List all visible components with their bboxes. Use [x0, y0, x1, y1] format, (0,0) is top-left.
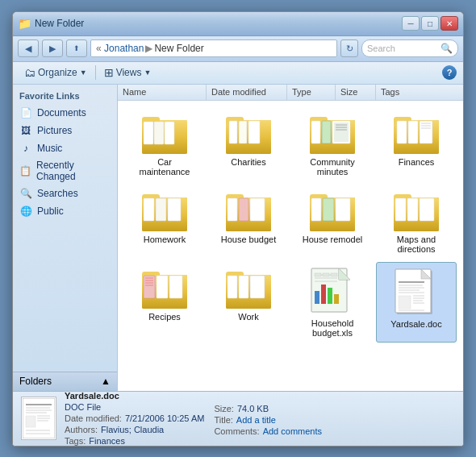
folders-bar[interactable]: Folders ▲: [13, 372, 117, 391]
col-type[interactable]: Type: [287, 85, 336, 100]
status-authors-value: Flavius; Claudia: [101, 425, 164, 434]
svg-rect-74: [315, 291, 319, 304]
sidebar-label-music: Music: [37, 143, 62, 154]
search-icon: 🔍: [441, 43, 453, 54]
organize-button[interactable]: 🗂 Organize ▼: [19, 64, 92, 81]
svg-rect-5: [165, 122, 174, 144]
views-label: Views: [116, 67, 142, 78]
svg-rect-18: [334, 123, 349, 142]
organize-icon: 🗂: [24, 66, 35, 79]
svg-rect-34: [144, 198, 154, 221]
svg-rect-15: [311, 121, 320, 143]
file-item-community-minutes[interactable]: Community minutes: [292, 107, 373, 181]
file-label-maps-directions: Maps and directions: [384, 235, 449, 254]
up-button[interactable]: ⬆: [66, 39, 87, 57]
titlebar: 📁 New Folder ─ □ ✕: [13, 12, 463, 36]
status-title-label: Title:: [214, 415, 232, 425]
folder-icon-finances: [394, 112, 439, 154]
address-breadcrumb[interactable]: « Jonathan ▶ New Folder: [90, 39, 337, 57]
sidebar-item-searches[interactable]: 🔍 Searches: [13, 185, 117, 202]
status-comments-label: Comments:: [214, 426, 259, 436]
back-button[interactable]: ◀: [18, 39, 39, 57]
svg-rect-47: [323, 198, 334, 221]
svg-rect-83: [331, 273, 337, 276]
refresh-button[interactable]: ↻: [340, 39, 358, 57]
folder-icon-house-remodel: [310, 189, 355, 231]
col-date-modified[interactable]: Date modified: [207, 85, 287, 100]
sidebar-item-documents[interactable]: 📄 Documents: [13, 104, 117, 122]
svg-rect-48: [336, 198, 350, 221]
folders-label: Folders: [19, 376, 52, 387]
file-item-work[interactable]: Work: [208, 262, 289, 343]
file-item-recipes[interactable]: Recipes: [124, 262, 205, 343]
file-item-homework[interactable]: Homework: [124, 185, 205, 259]
music-icon: ♪: [19, 142, 32, 155]
sidebar-item-music[interactable]: ♪ Music: [13, 139, 117, 157]
svg-rect-104: [26, 416, 35, 427]
file-label-household-budget: Household budget.xls: [300, 318, 365, 338]
status-info: Yardsale.doc DOC File Date modified: 7/2…: [65, 391, 455, 446]
svg-rect-93: [399, 296, 411, 309]
folder-icon-maps-directions: [394, 189, 439, 231]
searches-icon: 🔍: [19, 187, 32, 200]
svg-rect-63: [157, 276, 168, 298]
file-item-maps-directions[interactable]: Maps and directions: [376, 185, 457, 259]
window-controls: ─ □ ✕: [402, 16, 458, 31]
svg-rect-27: [420, 121, 432, 143]
forward-button[interactable]: ▶: [42, 39, 63, 57]
maximize-button[interactable]: □: [421, 16, 439, 31]
folder-icon-homework: [142, 189, 187, 231]
status-thumbnail: [21, 397, 56, 440]
status-comments-value[interactable]: Add comments: [263, 426, 322, 436]
svg-rect-68: [228, 276, 237, 298]
status-title-value[interactable]: Add a title: [236, 415, 276, 425]
svg-rect-36: [168, 198, 181, 221]
folder-icon-house-budget: [226, 189, 271, 231]
sidebar-label-pictures: Pictures: [37, 125, 72, 136]
sidebar-label-public: Public: [37, 206, 64, 217]
recently-changed-icon: 📋: [19, 164, 31, 177]
file-item-car-maintenance[interactable]: Car maintenance: [124, 107, 205, 181]
file-item-house-budget[interactable]: House budget: [208, 185, 289, 259]
file-item-house-remodel[interactable]: House remodel: [292, 185, 373, 259]
status-filename: Yardsale.doc: [65, 391, 119, 401]
file-label-yardsale: Yardsale.doc: [390, 319, 441, 329]
sidebar-item-recently-changed[interactable]: 📋 Recently Changed: [13, 157, 117, 185]
file-label-community-minutes: Community minutes: [300, 157, 365, 177]
sidebar: Favorite Links 📄 Documents 🖼 Pictures ♪ …: [13, 85, 118, 391]
folder-icon-recipes: [142, 267, 187, 309]
svg-rect-42: [250, 198, 265, 221]
minimize-button[interactable]: ─: [402, 16, 420, 31]
sidebar-item-public[interactable]: 🌐 Public: [13, 202, 117, 220]
content-panel: Name Date modified Type Size Tags: [118, 85, 463, 391]
col-tags[interactable]: Tags: [376, 85, 463, 100]
status-tags-row: Tags: Finances: [65, 436, 204, 446]
file-item-charities[interactable]: Charities: [208, 107, 289, 181]
status-tags-label: Tags:: [65, 436, 86, 446]
col-name[interactable]: Name: [118, 85, 207, 100]
close-button[interactable]: ✕: [441, 16, 458, 31]
col-size[interactable]: Size: [336, 85, 376, 100]
svg-rect-76: [328, 288, 332, 304]
status-authors-label: Authors:: [65, 425, 98, 434]
file-item-household-budget[interactable]: Household budget.xls: [292, 262, 373, 343]
svg-rect-46: [311, 198, 321, 221]
sidebar-item-pictures[interactable]: 🖼 Pictures: [13, 122, 117, 139]
content-area: Car maintenance: [118, 101, 463, 391]
file-label-car-maintenance: Car maintenance: [132, 157, 197, 177]
public-icon: 🌐: [19, 205, 32, 218]
addressbar: ◀ ▶ ⬆ « Jonathan ▶ New Folder ↻ Search 🔍: [13, 36, 463, 62]
svg-rect-82: [323, 273, 329, 276]
svg-rect-75: [321, 285, 326, 304]
views-icon: ⊞: [104, 66, 114, 79]
file-item-yardsale[interactable]: Yardsale.doc: [376, 262, 457, 343]
svg-rect-25: [397, 121, 407, 143]
status-thumb-preview: [23, 398, 55, 438]
views-button[interactable]: ⊞ Views ▼: [99, 64, 157, 81]
file-item-finances[interactable]: Finances: [376, 107, 457, 181]
svg-rect-3: [144, 122, 153, 144]
main-area: Favorite Links 📄 Documents 🖼 Pictures ♪ …: [13, 85, 463, 391]
help-button[interactable]: ?: [442, 65, 457, 80]
svg-rect-52: [395, 198, 406, 221]
search-box[interactable]: Search 🔍: [361, 39, 458, 57]
